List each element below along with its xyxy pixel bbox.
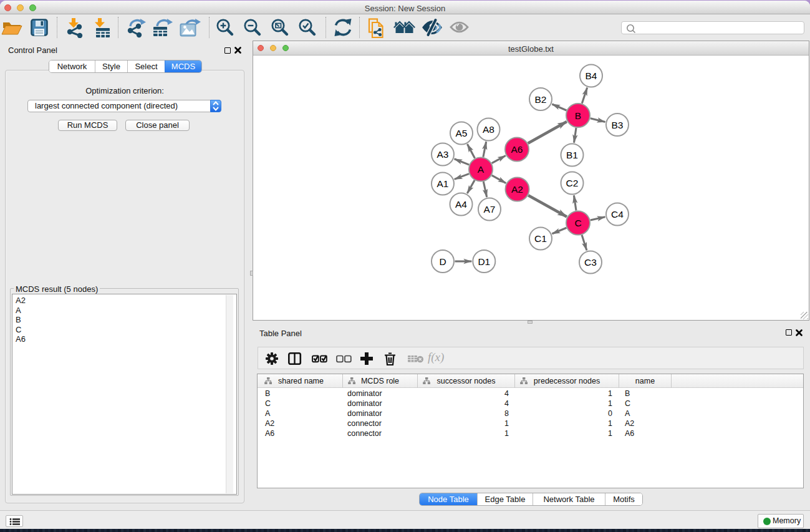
svg-text:C1: C1 [534,233,547,244]
svg-text:C4: C4 [611,209,624,220]
svg-text:B2: B2 [535,94,547,105]
svg-text:C2: C2 [566,178,579,188]
svg-text:D1: D1 [478,256,490,267]
svg-text:B1: B1 [566,150,578,160]
svg-text:C3: C3 [584,257,597,268]
svg-text:A6: A6 [511,144,523,155]
svg-text:B: B [575,110,581,121]
svg-text:C: C [574,218,581,228]
svg-text:A8: A8 [483,124,494,135]
svg-text:A5: A5 [456,128,468,138]
svg-text:B4: B4 [586,70,597,81]
svg-text:A7: A7 [484,204,496,215]
svg-text:A2: A2 [511,184,523,195]
svg-text:A3: A3 [437,149,449,160]
svg-text:A1: A1 [437,178,449,189]
svg-text:D: D [439,256,446,267]
svg-text:A4: A4 [455,199,467,210]
svg-text:A: A [478,164,485,175]
svg-text:B3: B3 [612,120,624,130]
